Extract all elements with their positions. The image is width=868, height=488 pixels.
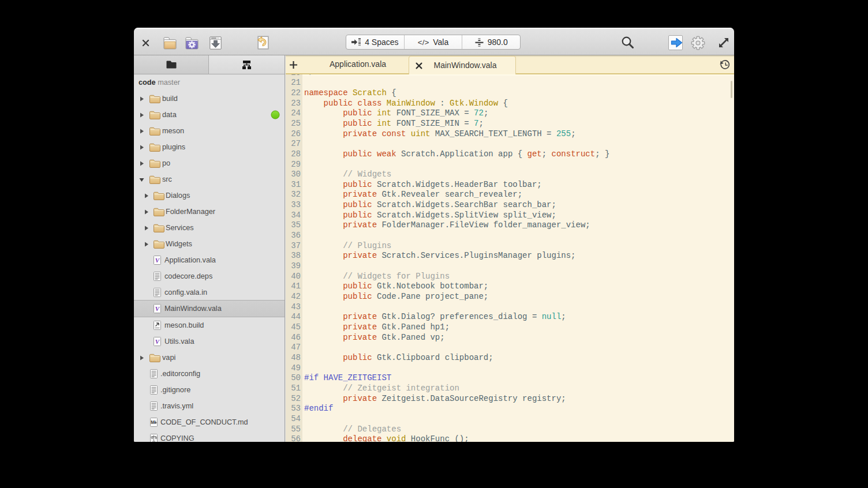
svg-text:M: M bbox=[151, 419, 155, 425]
